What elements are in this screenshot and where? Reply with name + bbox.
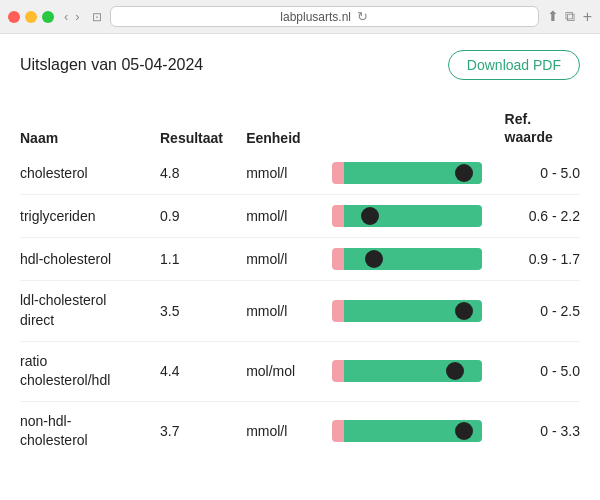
results-table: Naam Resultaat Eenheid Ref. waarde chole… <box>20 104 580 461</box>
minimize-button[interactable] <box>25 11 37 23</box>
cell-resultaat: 4.8 <box>160 152 246 195</box>
traffic-lights <box>8 11 54 23</box>
reload-icon[interactable]: ↻ <box>357 9 368 24</box>
value-dot <box>455 164 473 182</box>
cell-eenheid: mmol/l <box>246 401 332 461</box>
page-title: Uitslagen van 05-04-2024 <box>20 56 203 74</box>
cell-naam: hdl-cholesterol <box>20 238 160 281</box>
cell-eenheid: mmol/l <box>246 238 332 281</box>
cell-ref: 0 - 5.0 <box>505 152 580 195</box>
cell-eenheid: mmol/l <box>246 195 332 238</box>
cell-ref: 0 - 5.0 <box>505 341 580 401</box>
cell-resultaat: 1.1 <box>160 238 246 281</box>
nav-arrows: ‹ › <box>62 9 82 24</box>
maximize-button[interactable] <box>42 11 54 23</box>
value-dot <box>455 302 473 320</box>
cell-ref: 0 - 2.5 <box>505 281 580 341</box>
table-row: triglyceriden0.9mmol/l0.6 - 2.2 <box>20 195 580 238</box>
cell-resultaat: 0.9 <box>160 195 246 238</box>
cell-eenheid: mol/mol <box>246 341 332 401</box>
cell-bar <box>332 238 504 281</box>
download-pdf-button[interactable]: Download PDF <box>448 50 580 80</box>
cell-resultaat: 4.4 <box>160 341 246 401</box>
cell-naam: ratiocholesterol/hdl <box>20 341 160 401</box>
cell-eenheid: mmol/l <box>246 281 332 341</box>
cell-bar <box>332 195 504 238</box>
value-dot <box>446 362 464 380</box>
cell-ref: 0 - 3.3 <box>505 401 580 461</box>
cell-bar <box>332 152 504 195</box>
cell-naam: triglyceriden <box>20 195 160 238</box>
cell-resultaat: 3.7 <box>160 401 246 461</box>
cell-eenheid: mmol/l <box>246 152 332 195</box>
url-text: labplusarts.nl <box>280 10 351 24</box>
cell-naam: non-hdl-cholesterol <box>20 401 160 461</box>
back-button[interactable]: ‹ <box>62 9 70 24</box>
browser-chrome: ‹ › ⊡ labplusarts.nl ↻ ⬆ ⧉ + <box>0 0 600 34</box>
value-dot <box>365 250 383 268</box>
table-row: ldl-cholesteroldirect3.5mmol/l0 - 2.5 <box>20 281 580 341</box>
cell-naam: ldl-cholesteroldirect <box>20 281 160 341</box>
value-dot <box>361 207 379 225</box>
cell-bar <box>332 401 504 461</box>
page-content: Uitslagen van 05-04-2024 Download PDF Na… <box>0 34 600 477</box>
cell-resultaat: 3.5 <box>160 281 246 341</box>
cell-naam: cholesterol <box>20 152 160 195</box>
cell-ref: 0.6 - 2.2 <box>505 195 580 238</box>
close-button[interactable] <box>8 11 20 23</box>
col-header-ref: Ref. waarde <box>505 104 580 152</box>
new-tab-button[interactable]: + <box>583 8 592 26</box>
address-bar[interactable]: labplusarts.nl ↻ <box>110 6 539 27</box>
forward-button[interactable]: › <box>73 9 81 24</box>
table-row: non-hdl-cholesterol3.7mmol/l0 - 3.3 <box>20 401 580 461</box>
page-header: Uitslagen van 05-04-2024 Download PDF <box>20 50 580 80</box>
value-dot <box>455 422 473 440</box>
share-icon[interactable]: ⬆ <box>547 8 559 25</box>
browser-actions: ⬆ ⧉ <box>547 8 575 25</box>
cell-bar <box>332 341 504 401</box>
table-row: hdl-cholesterol1.1mmol/l0.9 - 1.7 <box>20 238 580 281</box>
cell-bar <box>332 281 504 341</box>
tab-icon: ⊡ <box>92 10 102 24</box>
col-header-naam: Naam <box>20 104 160 152</box>
table-row: ratiocholesterol/hdl4.4mol/mol0 - 5.0 <box>20 341 580 401</box>
table-row: cholesterol4.8mmol/l0 - 5.0 <box>20 152 580 195</box>
duplicate-icon[interactable]: ⧉ <box>565 8 575 25</box>
col-header-bar <box>332 104 504 152</box>
col-header-resultaat: Resultaat <box>160 104 246 152</box>
cell-ref: 0.9 - 1.7 <box>505 238 580 281</box>
col-header-eenheid: Eenheid <box>246 104 332 152</box>
